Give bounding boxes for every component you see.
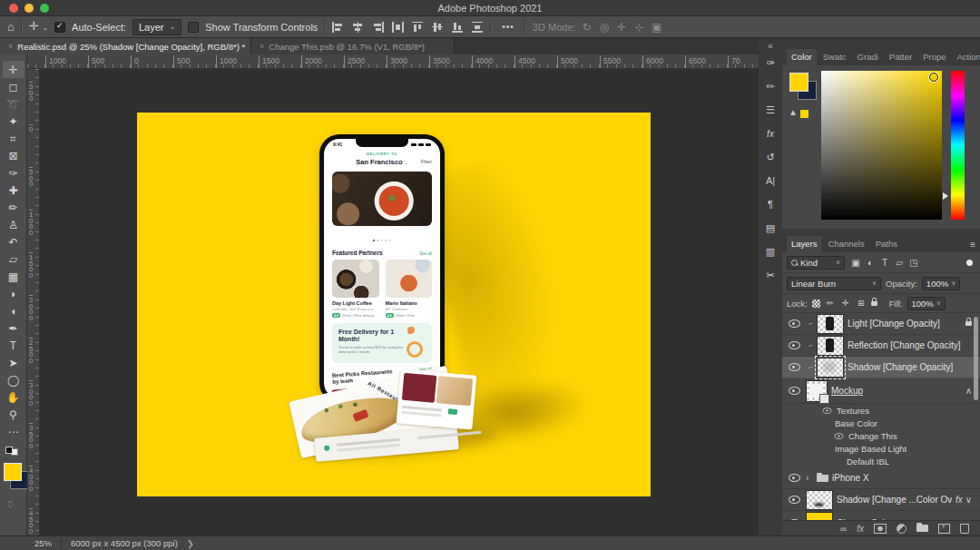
document-tab-1[interactable]: ×Realistic.psd @ 25% (Shadow [Change Opa… — [0, 38, 251, 54]
tab-prope[interactable]: Prope — [918, 49, 950, 65]
visibility-toggle[interactable] — [786, 519, 802, 520]
path-select-tool[interactable]: ➤ — [3, 354, 24, 371]
align-top-icon[interactable] — [412, 22, 424, 33]
layer-row[interactable]: Base Color — [782, 417, 980, 429]
new-group-icon[interactable] — [916, 525, 928, 532]
fill-field[interactable]: 100%∨ — [907, 297, 946, 310]
move-tool[interactable]: ✛ — [3, 61, 24, 78]
filter-pixel-layers-icon[interactable]: ▣ — [849, 258, 862, 268]
layer-thumbnail[interactable] — [817, 314, 844, 334]
magic-wand-tool[interactable]: ✦ — [3, 113, 24, 130]
visibility-eye-icon[interactable] — [835, 433, 844, 439]
character-panel-icon[interactable]: A| — [759, 169, 782, 192]
lock-position-icon[interactable]: ✛ — [840, 299, 851, 308]
lock-artboard-icon[interactable]: ⊞ — [856, 299, 867, 308]
shape-tool[interactable]: ◯ — [3, 371, 24, 388]
delete-layer-icon[interactable] — [960, 524, 969, 534]
document-canvas[interactable]: 9:41 DELIVERY TO San Francisco⌄ Filter F… — [137, 113, 651, 496]
presets-panel-icon[interactable]: ☰ — [759, 98, 782, 122]
layer-row[interactable]: Image Based Light — [782, 442, 980, 455]
more-align-options-button[interactable]: ••• — [498, 21, 518, 33]
auto-select-checkbox[interactable] — [54, 22, 65, 33]
paragraph-panel-icon[interactable]: ¶ — [759, 192, 782, 216]
clone-stamp-tool[interactable]: ♙ — [3, 216, 24, 233]
add-layer-mask-icon[interactable] — [874, 524, 887, 534]
close-tab-icon[interactable]: × — [260, 42, 264, 51]
distribute-v-icon[interactable] — [472, 22, 484, 33]
blend-mode-dropdown[interactable]: Linear Burn∨ — [787, 277, 881, 290]
panel-menu-icon[interactable]: ≡ — [970, 240, 975, 252]
visibility-eye-icon[interactable] — [823, 408, 832, 414]
move-tool-options-icon[interactable]: ✛ ⌄ — [29, 20, 48, 34]
lasso-tool[interactable]: ➰ — [3, 95, 24, 113]
layer-thumbnail[interactable] — [817, 358, 844, 378]
type-tool[interactable]: T — [3, 337, 24, 354]
home-icon[interactable]: ⌂ — [7, 21, 15, 33]
expand-group-icon[interactable]: › — [806, 473, 813, 483]
distribute-h-icon[interactable] — [392, 22, 404, 33]
layer-fx-icon[interactable]: fx — [956, 495, 963, 505]
marquee-tool[interactable]: ◻ — [3, 78, 24, 95]
zoom-tool[interactable]: ⚲ — [3, 406, 24, 423]
tab-patter[interactable]: Patter — [885, 49, 916, 65]
status-chevron-icon[interactable]: ❯ — [187, 538, 194, 548]
layer-styles-icon[interactable]: fx — [857, 524, 864, 534]
layer-row[interactable]: Textures — [782, 404, 980, 417]
toolbar-more[interactable]: ⋯ — [3, 423, 24, 440]
link-layers-icon[interactable]: ∞ — [840, 524, 847, 534]
dodge-tool[interactable]: ◖ — [3, 302, 24, 319]
layer-thumbnail[interactable] — [806, 490, 833, 510]
align-center-h-icon[interactable] — [352, 22, 364, 33]
align-left-icon[interactable] — [332, 22, 344, 33]
tab-layers[interactable]: Layers — [787, 236, 822, 252]
tab-gradi[interactable]: Gradi — [853, 49, 883, 65]
filter-toggle-icon[interactable] — [966, 260, 973, 266]
visibility-toggle[interactable] — [786, 341, 802, 349]
filter-smart-objects-icon[interactable]: ◳ — [907, 258, 920, 268]
hue-strip[interactable] — [951, 71, 965, 220]
visibility-toggle[interactable] — [786, 319, 802, 328]
filter-shape-layers-icon[interactable]: ▱ — [893, 258, 906, 268]
notes-panel-icon[interactable]: ▥ — [759, 240, 782, 263]
chevron-down-icon[interactable]: ∨ — [965, 495, 972, 505]
styles-panel-icon[interactable]: fx — [759, 122, 782, 145]
layer-row[interactable]: Shadow [Change ...Color Overlay]fx∨ — [782, 489, 980, 511]
layer-thumbnail[interactable] — [806, 512, 833, 521]
new-layer-icon[interactable] — [938, 524, 950, 534]
layer-thumbnail[interactable] — [806, 380, 828, 402]
layer-row[interactable]: ¬Reflection [Change Opacity] — [782, 335, 980, 357]
close-tab-icon[interactable]: × — [8, 42, 13, 51]
healing-brush-tool[interactable]: ✚ — [3, 182, 24, 199]
layer-row[interactable]: Mockup∧ — [782, 378, 980, 404]
history-panel-icon[interactable]: ↺ — [759, 145, 782, 169]
layer-row[interactable]: ›iPhone X — [782, 467, 980, 489]
quick-mask-icon[interactable]: ◌ — [7, 497, 14, 510]
layers-scrollbar[interactable] — [974, 317, 978, 400]
crop-tool[interactable]: ⌗ — [3, 130, 24, 147]
auto-select-target-dropdown[interactable]: Layer⌄ — [132, 19, 181, 35]
lock-all-icon[interactable] — [871, 301, 877, 306]
eraser-tool[interactable]: ▱ — [3, 250, 24, 268]
layer-row[interactable]: ¬Light [Change Opacity] — [782, 313, 980, 335]
tab-swatc[interactable]: Swatc — [818, 49, 851, 65]
align-right-icon[interactable] — [372, 22, 384, 33]
layer-row[interactable]: Change Color — [782, 511, 980, 520]
layer-row[interactable]: ¬Shadow [Change Opacity] — [782, 357, 980, 378]
saturation-brightness-field[interactable] — [821, 71, 942, 220]
lock-transparency-icon[interactable] — [812, 300, 820, 308]
hue-slider-arrow[interactable] — [943, 192, 948, 200]
pen-tool[interactable]: ✒ — [3, 319, 24, 337]
gradient-tool[interactable]: ▦ — [3, 268, 24, 285]
align-middle-icon[interactable] — [432, 22, 444, 33]
tab-color[interactable]: Color — [787, 49, 817, 65]
tool-presets-panel-icon[interactable]: ✂ — [759, 263, 782, 287]
gamut-warning-icon[interactable]: ▲ — [789, 107, 798, 117]
hand-tool[interactable]: ✋ — [3, 388, 24, 406]
history-brush-tool[interactable]: ↶ — [3, 233, 24, 250]
layer-thumbnail[interactable] — [817, 336, 844, 356]
filter-type-layers-icon[interactable]: T — [878, 258, 891, 268]
lock-pixels-icon[interactable]: ✏ — [825, 299, 836, 308]
tab-action[interactable]: Action — [953, 49, 980, 65]
tab-paths[interactable]: Paths — [871, 236, 902, 252]
gamut-warning-swatch[interactable] — [800, 110, 808, 118]
